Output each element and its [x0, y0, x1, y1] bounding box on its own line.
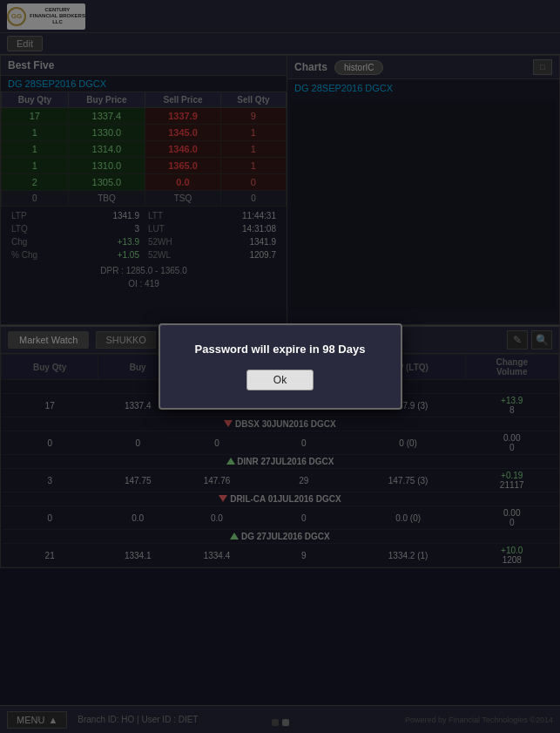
modal-overlay: Password will expire in 98 Days Ok [0, 0, 560, 733]
modal-message: Password will expire in 98 Days [186, 343, 374, 356]
modal-ok-button[interactable]: Ok [246, 370, 314, 390]
modal-box: Password will expire in 98 Days Ok [159, 323, 402, 410]
